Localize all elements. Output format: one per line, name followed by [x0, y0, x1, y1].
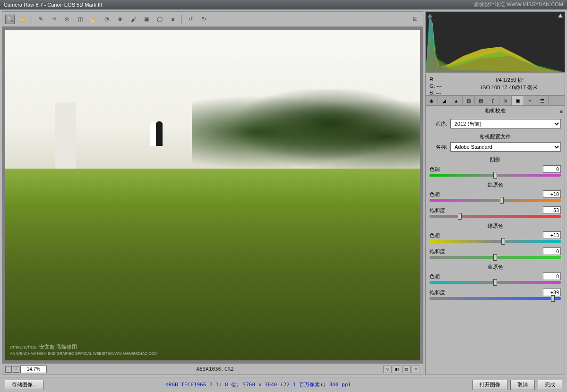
shadows-tint-value[interactable] — [543, 165, 561, 173]
blue-title: 蓝原色 — [430, 264, 561, 271]
filename: AE3A1036.CR2 — [50, 366, 380, 372]
body-area: 🔍 ✋ ✎ ⁜ ◎ ◫ 📐 ◔ 👁 🖌 ▦ ◯ ≡ ↺ ↻ ☑ — [0, 9, 567, 377]
workflow-link[interactable]: sRGB IEC61966-2.1; 8 位; 5760 x 3840 (22.… — [47, 381, 470, 388]
aperture-shutter: f/4 1/250 秒 — [458, 76, 561, 84]
rotate-ccw-icon[interactable]: ↺ — [186, 15, 195, 24]
green-hue-slider[interactable]: 色相 — [430, 231, 561, 243]
cancel-button[interactable]: 取消 — [510, 380, 535, 390]
eyedropper-icon[interactable]: ✎ — [36, 15, 45, 24]
right-panel: R: --- G: --- B: --- f/4 1/250 秒 ISO 100… — [425, 11, 565, 375]
color-sampler-icon[interactable]: ⁜ — [49, 15, 59, 24]
green-title: 绿原色 — [430, 222, 561, 230]
straighten-icon[interactable]: 📐 — [89, 15, 98, 24]
blue-hue-slider[interactable]: 色相 — [430, 273, 561, 284]
status-icons: ▽ ◧ ▤ ≡ — [383, 366, 420, 373]
tab-split-icon[interactable]: ▤ — [475, 96, 487, 105]
tab-snapshots-icon[interactable]: ☰ — [536, 96, 549, 105]
tab-detail-icon[interactable]: ▲ — [450, 96, 463, 105]
tab-basic-icon[interactable]: ◉ — [426, 96, 438, 105]
hand-tool-icon[interactable]: ✋ — [18, 15, 28, 24]
profile-select[interactable]: Adobe Standard — [450, 142, 561, 152]
shadows-title: 阴影 — [430, 156, 561, 163]
mark-delete-icon[interactable]: ☑ — [411, 15, 420, 24]
tab-curve-icon[interactable]: ◢ — [438, 96, 450, 105]
separator — [32, 15, 32, 24]
profile-section-title: 相机配置文件 — [430, 133, 561, 140]
titlebar: Camera Raw 8.7 - Canon EOS 5D Mark III 思… — [0, 0, 567, 9]
radial-filter-icon[interactable]: ◯ — [155, 15, 164, 24]
preview-image: anwenchao 安文超 高端修图 AN WENCHAO HIGH-END G… — [5, 30, 420, 360]
red-title: 红原色 — [430, 181, 561, 188]
highlight-clip-icon[interactable] — [558, 14, 563, 17]
camera-raw-window: Camera Raw 8.7 - Canon EOS 5D Mark III 思… — [0, 0, 567, 392]
spot-removal-icon[interactable]: ◔ — [102, 15, 112, 24]
r-value: R: --- — [430, 76, 458, 83]
red-hue-value[interactable] — [543, 190, 561, 198]
open-image-button[interactable]: 打开图像 — [472, 380, 507, 390]
red-sat-slider[interactable]: 饱和度 — [430, 206, 561, 218]
tab-presets-icon[interactable]: ≡ — [524, 96, 536, 105]
process-label: 程序: — [430, 120, 447, 128]
histogram[interactable] — [425, 11, 565, 73]
rotate-cw-icon[interactable]: ↻ — [199, 15, 208, 24]
tab-camera-icon[interactable]: ▣ — [512, 96, 524, 105]
b-value: B: --- — [430, 89, 458, 96]
done-button[interactable]: 完成 — [538, 380, 562, 390]
zoom-controls: − + — [5, 366, 47, 373]
blue-sat-slider[interactable]: 饱和度 — [430, 289, 561, 300]
zoom-value[interactable] — [20, 366, 47, 373]
green-sat-value[interactable] — [543, 247, 561, 255]
filmstrip-icon[interactable]: ▤ — [402, 366, 411, 373]
preferences-icon[interactable]: ≡ — [168, 15, 178, 24]
toolbar: 🔍 ✋ ✎ ⁜ ◎ ◫ 📐 ◔ 👁 🖌 ▦ ◯ ≡ ↺ ↻ ☑ — [2, 12, 423, 27]
filter-icon[interactable]: ▽ — [383, 366, 392, 373]
compare-icon[interactable]: ◧ — [393, 366, 401, 373]
panel-title: 相机校准 ≡ — [425, 106, 565, 115]
shadows-tint-slider[interactable]: 色调 — [430, 165, 561, 177]
redeye-icon[interactable]: 👁 — [115, 15, 125, 24]
shadow-clip-icon[interactable] — [428, 14, 432, 17]
statusbar: − + AE3A1036.CR2 ▽ ◧ ▤ ≡ — [2, 363, 423, 375]
panel-tabs: ◉ ◢ ▲ ▥ ▤ ▯ fx ▣ ≡ ☰ — [425, 95, 565, 106]
zoom-in-button[interactable]: + — [13, 366, 19, 373]
targeted-adjust-icon[interactable]: ◎ — [62, 15, 72, 24]
graduated-filter-icon[interactable]: ▦ — [142, 15, 151, 24]
iso-lens: ISO 100 17-40@17 毫米 — [458, 84, 561, 91]
exif-readout: f/4 1/250 秒 ISO 100 17-40@17 毫米 — [458, 76, 561, 93]
watermark-site: 思缘设计论坛 WWW.MISSYUAN.COM — [474, 1, 563, 8]
blue-hue-value[interactable] — [543, 273, 561, 280]
tab-lens-icon[interactable]: ▯ — [487, 96, 499, 105]
camera-calibration-panel: 程序: 2012 (当前) 相机配置文件 名称: Adobe Standard … — [425, 115, 565, 375]
red-hue-slider[interactable]: 色相 — [430, 190, 561, 202]
rgb-readout: R: --- G: --- B: --- — [430, 76, 458, 93]
name-label: 名称: — [430, 144, 447, 151]
save-image-button[interactable]: 存储图像... — [5, 380, 44, 390]
g-value: G: --- — [430, 83, 458, 89]
tab-fx-icon[interactable]: fx — [499, 96, 512, 105]
watermark: anwenchao 安文超 高端修图 AN WENCHAO HIGH-END G… — [10, 339, 157, 356]
zoom-tool-icon[interactable]: 🔍 — [5, 15, 15, 24]
tab-hsl-icon[interactable]: ▥ — [463, 96, 475, 105]
footer: 存储图像... sRGB IEC61966-2.1; 8 位; 5760 x 3… — [0, 377, 567, 392]
adjustment-brush-icon[interactable]: 🖌 — [129, 15, 138, 24]
readout: R: --- G: --- B: --- f/4 1/250 秒 ISO 100… — [425, 74, 565, 95]
red-sat-value[interactable] — [543, 206, 561, 214]
separator — [181, 15, 182, 24]
menu-icon[interactable]: ≡ — [412, 366, 420, 373]
zoom-out-button[interactable]: − — [5, 366, 12, 373]
panel-menu-icon[interactable]: ≡ — [560, 107, 563, 117]
left-panel: 🔍 ✋ ✎ ⁜ ◎ ◫ 📐 ◔ 👁 🖌 ▦ ◯ ≡ ↺ ↻ ☑ — [2, 11, 423, 375]
green-hue-value[interactable] — [543, 231, 561, 239]
image-preview[interactable]: anwenchao 安文超 高端修图 AN WENCHAO HIGH-END G… — [2, 27, 423, 363]
process-select[interactable]: 2012 (当前) — [450, 119, 561, 128]
crop-icon[interactable]: ◫ — [76, 15, 85, 24]
window-title: Camera Raw 8.7 - Canon EOS 5D Mark III — [4, 2, 102, 8]
green-sat-slider[interactable]: 饱和度 — [430, 247, 561, 259]
